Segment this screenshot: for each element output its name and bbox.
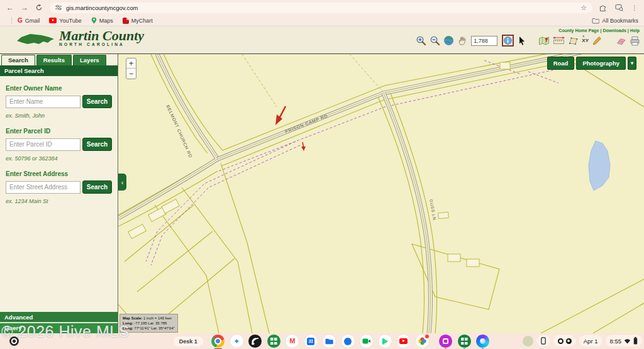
map-zoom-out-button[interactable]: − bbox=[126, 69, 136, 79]
address-example-text: ex. 1234 Main St bbox=[6, 198, 112, 204]
basemap-switcher: Road Photography ▾ bbox=[547, 57, 636, 70]
owner-search-button[interactable]: Search bbox=[82, 95, 112, 108]
divider bbox=[11, 17, 12, 24]
messages-app-icon[interactable] bbox=[341, 335, 355, 348]
tab-layers[interactable]: Layers bbox=[73, 55, 106, 65]
map-zoom-in-button[interactable]: + bbox=[126, 58, 136, 69]
parcel-id-label: Enter Parcel ID bbox=[6, 128, 112, 135]
bookmark-star-icon[interactable]: ☆ bbox=[580, 4, 587, 12]
basemap-caret-button[interactable]: ▾ bbox=[628, 57, 636, 70]
draw-pencil-tool-icon[interactable] bbox=[592, 36, 602, 46]
link-downloads[interactable]: Downloads bbox=[603, 28, 626, 33]
status-tray-button[interactable]: 8:55 bbox=[606, 335, 643, 346]
pan-hand-icon[interactable] bbox=[457, 35, 468, 46]
date-pill[interactable]: Apr 1 bbox=[579, 335, 602, 346]
scale-input[interactable] bbox=[471, 36, 497, 46]
full-extent-globe-icon[interactable] bbox=[443, 35, 454, 46]
link-help[interactable]: Help bbox=[630, 28, 640, 33]
county-title: Martin County bbox=[59, 28, 144, 43]
url-text: gis.martincountyncgov.com bbox=[66, 4, 138, 11]
gallery-app-icon[interactable] bbox=[439, 335, 452, 348]
gmail-app-icon[interactable]: M bbox=[286, 335, 299, 348]
calendar-app-icon[interactable]: 31 bbox=[304, 335, 318, 348]
link-separator: | bbox=[601, 28, 602, 33]
road-label-guss-ln: GUSS LN bbox=[429, 199, 437, 221]
header-links: County Home Page|Downloads|Help bbox=[558, 28, 640, 33]
apps-hub-icon[interactable] bbox=[267, 335, 280, 348]
bookmark-youtube[interactable]: YouTube bbox=[49, 18, 81, 24]
sheets-hub-app-icon[interactable] bbox=[458, 335, 471, 348]
wifi-icon bbox=[624, 338, 631, 344]
bookmark-maps[interactable]: Maps bbox=[91, 17, 113, 24]
zoom-out-tool-icon[interactable] bbox=[430, 35, 440, 46]
building-footprints bbox=[128, 62, 510, 267]
sidebar-tabs: Search Results Layers bbox=[0, 54, 118, 65]
basemap-photography-button[interactable]: Photography bbox=[576, 57, 626, 70]
tab-results[interactable]: Results bbox=[36, 55, 72, 65]
measure-area-tool-icon[interactable] bbox=[568, 36, 579, 45]
meet-app-icon[interactable] bbox=[360, 335, 373, 348]
edge-app-icon[interactable] bbox=[476, 335, 489, 348]
parcel-search-button[interactable]: Search bbox=[82, 138, 112, 151]
reload-icon[interactable] bbox=[35, 4, 43, 11]
owner-name-label: Enter Owner Name bbox=[6, 85, 112, 92]
extensions-icon[interactable] bbox=[599, 4, 607, 11]
identify-tool-selected[interactable] bbox=[502, 35, 514, 47]
play-store-app-icon[interactable] bbox=[379, 335, 392, 348]
menu-kebab-icon[interactable]: ⋮ bbox=[631, 4, 638, 11]
assistant-app-icon[interactable]: ✦ bbox=[230, 335, 243, 348]
print-tool-icon[interactable] bbox=[630, 36, 640, 46]
map-export-tool-icon[interactable] bbox=[538, 36, 550, 46]
site-info-icon[interactable] bbox=[55, 4, 62, 11]
measure-distance-tool-icon[interactable] bbox=[553, 36, 565, 45]
link-county-home[interactable]: County Home Page bbox=[558, 28, 599, 33]
advanced-section-bar[interactable]: Advanced bbox=[0, 312, 118, 323]
street-address-input[interactable] bbox=[6, 181, 80, 194]
eraser-tool-icon[interactable] bbox=[616, 36, 626, 45]
back-icon[interactable]: ← bbox=[6, 4, 14, 11]
media-indicator-pill[interactable] bbox=[553, 335, 576, 346]
owner-name-section: Enter Owner Name Search ex. Smith, John bbox=[0, 85, 118, 119]
phone-hub-button[interactable] bbox=[536, 335, 550, 346]
parcel-id-input[interactable] bbox=[6, 138, 80, 151]
bookmark-label: Gmail bbox=[25, 18, 40, 24]
query-section-bar[interactable]: Query bbox=[0, 323, 118, 333]
chrome-app-icon[interactable] bbox=[211, 335, 225, 348]
launcher-button[interactable] bbox=[9, 336, 19, 346]
bookmark-label: MyChart bbox=[131, 18, 153, 24]
address-bar[interactable]: gis.martincountyncgov.com ☆ bbox=[50, 3, 592, 13]
youtube-app-icon[interactable] bbox=[397, 335, 410, 348]
dashed-parcel-lines bbox=[242, 54, 383, 107]
address-search-button[interactable]: Search bbox=[82, 180, 112, 194]
street-address-section: Enter Street Address Search ex. 1234 Mai… bbox=[0, 170, 118, 204]
tab-search-icon[interactable] bbox=[615, 4, 623, 11]
parcel-map[interactable]: PRISON CAMP RD BELMONT CHURCH RD GUSS LN bbox=[118, 54, 644, 333]
mychart-favicon bbox=[123, 18, 129, 24]
map-viewport[interactable]: PRISON CAMP RD BELMONT CHURCH RD GUSS LN… bbox=[118, 54, 644, 333]
avatar[interactable] bbox=[523, 336, 533, 346]
forward-icon[interactable]: → bbox=[21, 4, 28, 11]
record-indicator-icon bbox=[558, 338, 564, 344]
map-scale-readout: Map Scale: 1 inch = 149 feet Long: -77.1… bbox=[119, 314, 178, 333]
tab-search[interactable]: Search bbox=[1, 55, 35, 65]
system-tray: Apr 1 8:55 bbox=[523, 335, 642, 346]
nest-app-icon[interactable] bbox=[248, 335, 262, 348]
bookmark-label: YouTube bbox=[59, 18, 81, 24]
xy-coordinates-tool-icon[interactable]: °XY bbox=[582, 38, 589, 43]
basemap-road-button[interactable]: Road bbox=[547, 57, 575, 70]
owner-name-input[interactable] bbox=[6, 96, 80, 108]
zoom-in-tool-icon[interactable] bbox=[416, 35, 426, 46]
parcel-example-text: ex. 50796 or 362384 bbox=[6, 155, 112, 162]
browser-action-icons: ⋮ bbox=[599, 4, 638, 11]
photos-app-icon[interactable] bbox=[416, 335, 429, 348]
desk-switcher[interactable]: Desk 1 bbox=[174, 336, 203, 346]
bookmark-gmail[interactable]: G Gmail bbox=[18, 18, 40, 24]
bookmark-mychart[interactable]: MyChart bbox=[123, 18, 153, 24]
clock: 8:55 bbox=[610, 338, 622, 345]
maps-pin-favicon bbox=[91, 17, 97, 24]
all-bookmarks-button[interactable]: All Bookmarks bbox=[592, 18, 638, 24]
taskbar-apps: Desk 1 ✦ M 31 bbox=[174, 335, 490, 348]
pointer-cursor-icon[interactable] bbox=[517, 36, 526, 46]
sidebar-collapse-button[interactable]: ‹ bbox=[118, 174, 126, 191]
files-app-icon[interactable] bbox=[323, 335, 336, 348]
